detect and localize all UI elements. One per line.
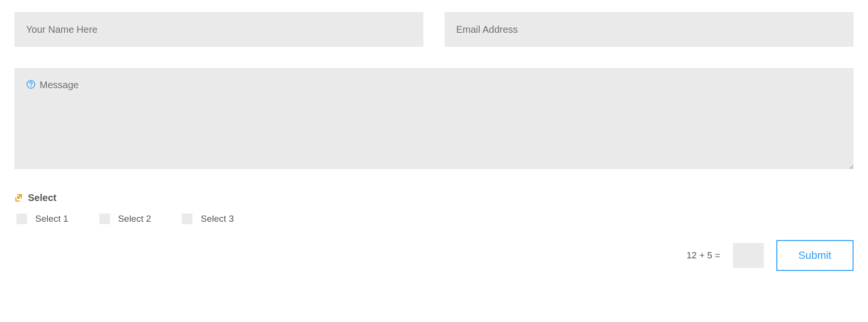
checkbox-3[interactable] xyxy=(182,214,192,224)
form-footer: 12 + 5 = Submit xyxy=(14,240,854,271)
submit-button[interactable]: Submit xyxy=(776,240,854,271)
checkbox-item-2[interactable]: Select 2 xyxy=(97,212,151,226)
checkbox-label-2: Select 2 xyxy=(118,214,151,224)
select-header: Select xyxy=(14,192,854,203)
checkbox-row: Select 1 Select 2 Select 3 xyxy=(14,212,854,226)
captcha-input[interactable] xyxy=(733,243,764,268)
contact-form: Select Select 1 Select 2 Select 3 12 + 5… xyxy=(14,12,854,271)
checkbox-2[interactable] xyxy=(99,214,110,224)
message-input[interactable] xyxy=(14,68,854,169)
checkbox-1[interactable] xyxy=(16,214,27,224)
email-input[interactable] xyxy=(445,12,854,47)
select-group: Select Select 1 Select 2 Select 3 xyxy=(14,192,854,226)
name-email-row xyxy=(14,12,854,47)
captcha-question: 12 + 5 = xyxy=(687,250,720,261)
message-field-wrap xyxy=(14,68,854,171)
checkbox-label-3: Select 3 xyxy=(201,214,234,224)
checkbox-label-1: Select 1 xyxy=(35,214,68,224)
arrow-in-box-icon xyxy=(14,194,23,202)
name-input[interactable] xyxy=(14,12,423,47)
checkbox-item-3[interactable]: Select 3 xyxy=(180,212,234,226)
checkbox-item-1[interactable]: Select 1 xyxy=(14,212,68,226)
select-title: Select xyxy=(28,192,56,203)
